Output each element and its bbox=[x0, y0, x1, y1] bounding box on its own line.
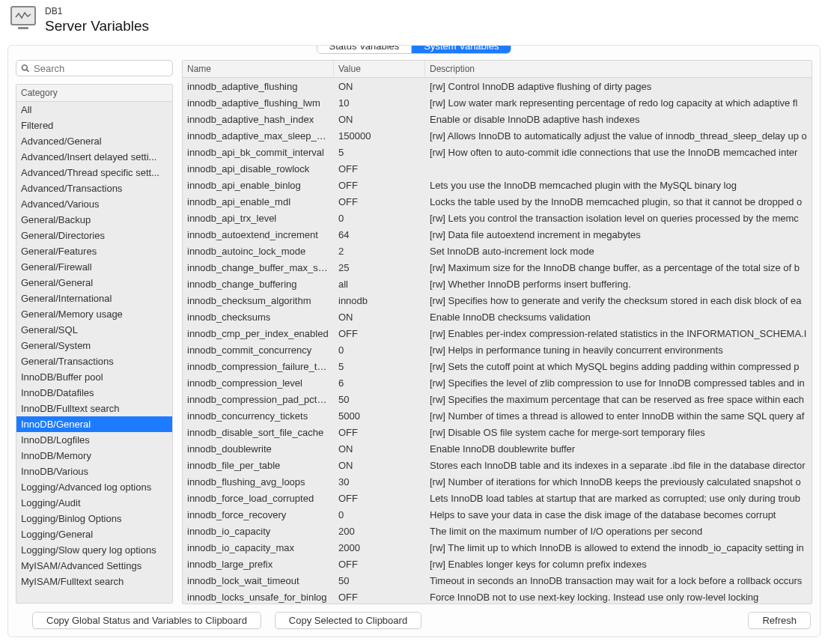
table-row[interactable]: innodb_api_enable_binlogOFFLets you use … bbox=[183, 177, 812, 193]
category-item[interactable]: InnoDB/Various bbox=[16, 464, 172, 479]
cell-value: OFF bbox=[334, 193, 425, 210]
category-item[interactable]: General/General bbox=[16, 275, 172, 291]
category-list[interactable]: AllFilteredAdvanced/GeneralAdvanced/Inse… bbox=[16, 102, 172, 603]
category-item[interactable]: Logging/Advanced log options bbox=[16, 479, 172, 495]
category-item[interactable]: General/Directories bbox=[16, 228, 172, 243]
refresh-button[interactable]: Refresh bbox=[748, 612, 811, 629]
cell-value: 0 bbox=[334, 341, 425, 359]
table-row[interactable]: innodb_doublewriteONEnable InnoDB double… bbox=[183, 440, 812, 457]
table-row[interactable]: innodb_large_prefixOFF[rw] Enables longe… bbox=[183, 556, 812, 572]
table-row[interactable]: innodb_change_bufferingall[rw] Whether I… bbox=[183, 276, 812, 292]
category-item[interactable]: InnoDB/Fulltext search bbox=[16, 401, 172, 416]
table-row[interactable]: innodb_adaptive_hash_indexONEnable or di… bbox=[183, 111, 812, 127]
table-row[interactable]: innodb_api_bk_commit_interval5[rw] How o… bbox=[183, 144, 812, 160]
table-row[interactable]: innodb_api_disable_rowlockOFF bbox=[183, 160, 812, 177]
tab-system-variables[interactable]: System Variables bbox=[412, 45, 511, 53]
table-row[interactable]: innodb_disable_sort_file_cacheOFF[rw] Di… bbox=[183, 424, 812, 440]
table-row[interactable]: innodb_flushing_avg_loops30[rw] Number o… bbox=[183, 473, 812, 490]
category-item[interactable]: General/SQL bbox=[16, 322, 172, 338]
header-context: DB1 bbox=[45, 6, 149, 16]
category-item[interactable]: InnoDB/General bbox=[16, 416, 172, 432]
cell-name: innodb_force_load_corrupted bbox=[183, 490, 334, 507]
cell-desc: [rw] Specifies how to generate and verif… bbox=[425, 292, 812, 309]
category-item[interactable]: General/Features bbox=[16, 243, 172, 259]
search-box[interactable] bbox=[16, 60, 173, 76]
table-row[interactable]: innodb_concurrency_tickets5000[rw] Numbe… bbox=[183, 407, 812, 424]
category-item[interactable]: General/System bbox=[16, 338, 172, 353]
category-item[interactable]: General/Memory usage bbox=[16, 306, 172, 322]
table-row[interactable]: innodb_checksumsONEnable InnoDB checksum… bbox=[183, 309, 812, 325]
table-row[interactable]: innodb_checksum_algorithminnodb[rw] Spec… bbox=[183, 292, 812, 309]
category-item[interactable]: Advanced/Transactions bbox=[16, 180, 172, 196]
table-row[interactable]: innodb_compression_failure_th...5[rw] Se… bbox=[183, 358, 812, 374]
category-item[interactable]: All bbox=[16, 102, 172, 118]
search-input[interactable] bbox=[32, 62, 168, 75]
table-row[interactable]: innodb_lock_wait_timeout50Timeout in sec… bbox=[183, 572, 812, 589]
cell-name: innodb_concurrency_tickets bbox=[183, 407, 334, 425]
cell-name: innodb_api_trx_level bbox=[183, 210, 334, 227]
cell-desc: [rw] Enables per-index compression-relat… bbox=[425, 325, 812, 342]
category-item[interactable]: MyISAM/Advanced Settings bbox=[16, 558, 172, 574]
cell-desc: [rw] Control InnoDB adaptive flushing of… bbox=[425, 78, 812, 95]
table-row[interactable]: innodb_change_buffer_max_size25[rw] Maxi… bbox=[183, 259, 812, 276]
table-row[interactable]: innodb_force_load_corruptedOFFLets InnoD… bbox=[183, 490, 812, 506]
category-item[interactable]: InnoDB/Logfiles bbox=[16, 432, 172, 448]
table-row[interactable]: innodb_api_trx_level0[rw] Lets you contr… bbox=[183, 210, 812, 226]
table-row[interactable]: innodb_compression_pad_pct_...50[rw] Spe… bbox=[183, 391, 812, 407]
cell-name: innodb_api_enable_binlog bbox=[183, 177, 334, 194]
category-item[interactable]: General/Transactions bbox=[16, 353, 172, 369]
cell-name: innodb_checksum_algorithm bbox=[183, 292, 334, 309]
cell-value: OFF bbox=[334, 589, 425, 604]
category-item[interactable]: Advanced/General bbox=[16, 133, 172, 149]
category-item[interactable]: Logging/General bbox=[16, 526, 172, 542]
view-tabs: Status Variables System Variables bbox=[317, 45, 512, 54]
category-item[interactable]: InnoDB/Memory bbox=[16, 448, 172, 464]
copy-selected-button[interactable]: Copy Selected to Clipboard bbox=[275, 612, 421, 629]
cell-desc: Enable InnoDB checksums validation bbox=[425, 309, 812, 326]
cell-value: 50 bbox=[334, 391, 425, 408]
category-item[interactable]: Filtered bbox=[16, 118, 172, 133]
category-item[interactable]: Logging/Binlog Options bbox=[16, 511, 172, 526]
table-row[interactable]: innodb_io_capacity_max2000[rw] The limit… bbox=[183, 539, 812, 556]
cell-value: 6 bbox=[334, 374, 425, 392]
cell-value: ON bbox=[334, 457, 425, 474]
category-item[interactable]: Logging/Slow query log options bbox=[16, 542, 172, 558]
cell-name: innodb_adaptive_flushing bbox=[183, 78, 334, 95]
category-item[interactable]: General/International bbox=[16, 291, 172, 306]
table-row[interactable]: innodb_adaptive_max_sleep_d...150000[rw]… bbox=[183, 127, 812, 144]
col-value-header[interactable]: Value bbox=[334, 61, 425, 77]
table-row[interactable]: innodb_adaptive_flushing_lwm10[rw] Low w… bbox=[183, 94, 812, 111]
category-item[interactable]: MyISAM/Fulltext search bbox=[16, 574, 172, 589]
cell-value: all bbox=[334, 276, 425, 293]
table-row[interactable]: innodb_commit_concurrency0[rw] Helps in … bbox=[183, 341, 812, 358]
table-body[interactable]: innodb_adaptive_flushingON[rw] Control I… bbox=[183, 78, 812, 604]
cell-name: innodb_api_enable_mdl bbox=[183, 193, 334, 210]
cell-value: 5 bbox=[334, 358, 425, 375]
cell-value: 30 bbox=[334, 473, 425, 490]
category-item[interactable]: General/Backup bbox=[16, 212, 172, 228]
category-item[interactable]: InnoDB/Datafiles bbox=[16, 385, 172, 401]
table-row[interactable]: innodb_autoextend_increment64[rw] Data f… bbox=[183, 226, 812, 243]
cell-value: 5 bbox=[334, 144, 425, 161]
table-row[interactable]: innodb_locks_unsafe_for_binlogOFFForce I… bbox=[183, 589, 812, 604]
col-desc-header[interactable]: Description bbox=[425, 61, 812, 77]
category-item[interactable]: Logging/Audit bbox=[16, 495, 172, 511]
table-row[interactable]: innodb_adaptive_flushingON[rw] Control I… bbox=[183, 78, 812, 94]
table-row[interactable]: innodb_cmp_per_index_enabledOFF[rw] Enab… bbox=[183, 325, 812, 341]
category-item[interactable]: Advanced/Insert delayed setti... bbox=[16, 149, 172, 165]
col-name-header[interactable]: Name bbox=[183, 61, 334, 77]
table-row[interactable]: innodb_force_recovery0Helps to save your… bbox=[183, 506, 812, 523]
copy-global-button[interactable]: Copy Global Status and Variables to Clip… bbox=[32, 612, 261, 629]
table-row[interactable]: innodb_compression_level6[rw] Specifies … bbox=[183, 374, 812, 391]
category-item[interactable]: Advanced/Thread specific sett... bbox=[16, 165, 172, 180]
cell-name: innodb_disable_sort_file_cache bbox=[183, 424, 334, 441]
table-row[interactable]: innodb_autoinc_lock_mode2Set InnoDB auto… bbox=[183, 243, 812, 259]
category-item[interactable]: InnoDB/Buffer pool bbox=[16, 369, 172, 385]
tab-status-variables[interactable]: Status Variables bbox=[317, 45, 413, 53]
category-item[interactable]: General/Firewall bbox=[16, 259, 172, 275]
cell-value: ON bbox=[334, 309, 425, 326]
category-item[interactable]: Advanced/Various bbox=[16, 196, 172, 212]
table-row[interactable]: innodb_api_enable_mdlOFFLocks the table … bbox=[183, 193, 812, 210]
table-row[interactable]: innodb_io_capacity200The limit on the ma… bbox=[183, 523, 812, 539]
table-row[interactable]: innodb_file_per_tableONStores each InnoD… bbox=[183, 457, 812, 473]
